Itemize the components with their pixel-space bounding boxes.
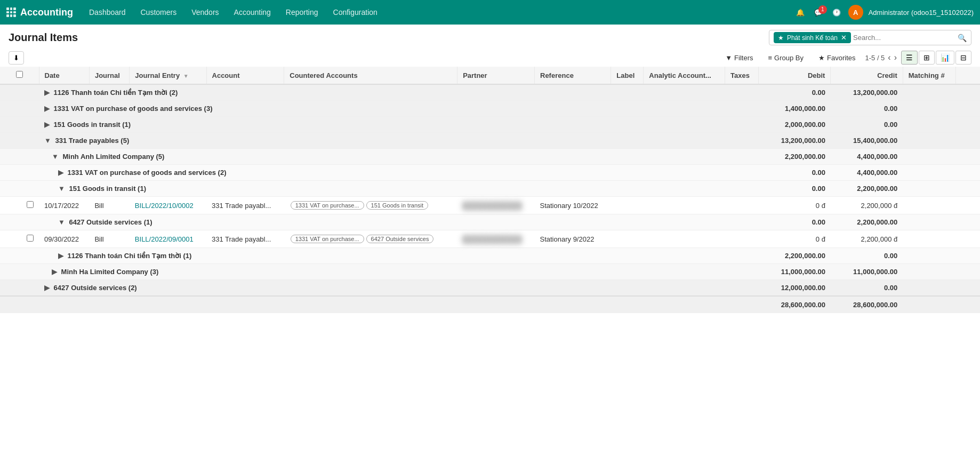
search-input[interactable]	[851, 31, 958, 44]
group-label[interactable]: ▶ 6427 Outside services (2)	[39, 280, 759, 297]
row-checkbox-cell[interactable]	[0, 197, 39, 214]
avatar[interactable]: A	[848, 5, 863, 20]
pager-next[interactable]: ›	[894, 53, 897, 62]
cell-reference: Stationary 10/2022	[535, 197, 611, 214]
cell-date: 10/17/2022	[39, 197, 89, 214]
expand-icon: ▶	[52, 268, 57, 276]
cell-journal: Bill	[89, 230, 129, 248]
group-row[interactable]: ▼ Minh Anh Limited Company (5) 2,200,000…	[0, 149, 980, 165]
totals-extra	[955, 296, 980, 313]
group-credit: 0.00	[831, 280, 903, 297]
cell-label	[611, 230, 644, 248]
cell-countered-accounts: 1331 VAT on purchase...151 Goods in tran…	[284, 197, 457, 214]
filter-tag-close[interactable]: ✕	[841, 34, 847, 42]
pager-prev[interactable]: ‹	[888, 53, 890, 62]
totals-label	[0, 296, 759, 313]
group-row[interactable]: ▶ 1331 VAT on purchase of goods and serv…	[0, 165, 980, 181]
totals-debit: 28,600,000.00	[759, 296, 831, 313]
nav-customers[interactable]: Customers	[133, 6, 184, 19]
group-label[interactable]: ▼ 151 Goods in transit (1)	[39, 181, 759, 197]
group-label[interactable]: ▶ 1126 Thanh toán Chi tiền Tạm thời (1)	[39, 248, 759, 264]
cell-journal-entry[interactable]: BILL/2022/10/0002	[130, 197, 206, 214]
group-label[interactable]: ▶ 1331 VAT on purchase of goods and serv…	[39, 101, 759, 117]
group-label[interactable]: ▶ 1126 Thanh toán Chi tiền Tạm thời (2)	[39, 84, 759, 101]
group-credit: 11,000,000.00	[831, 264, 903, 280]
nav-dashboard[interactable]: Dashboard	[82, 6, 133, 19]
group-debit: 11,000,000.00	[759, 264, 831, 280]
group-row[interactable]: ▼ 151 Goods in transit (1) 0.00 2,200,00…	[0, 181, 980, 197]
th-checkbox	[0, 67, 39, 84]
group-matching	[903, 165, 955, 181]
th-date: Date	[39, 67, 89, 84]
download-button[interactable]: ⬇	[9, 51, 24, 65]
pager: 1-5 / 5 ‹ ›	[865, 53, 897, 62]
table-row: 09/30/2022 Bill BILL/2022/09/0001 331 Tr…	[0, 230, 980, 248]
group-extra	[955, 117, 980, 133]
clock-icon[interactable]: 🕐	[830, 6, 843, 19]
cell-extra	[955, 197, 980, 214]
group-credit: 4,400,000.00	[831, 165, 903, 181]
group-matching	[903, 117, 955, 133]
group-debit: 0.00	[759, 165, 831, 181]
user-label: Administrator (odoo15_15102022)	[869, 9, 974, 17]
th-countered-accounts: Countered Accounts	[284, 67, 457, 84]
group-label[interactable]: ▶ Minh Ha Limited Company (3)	[39, 264, 759, 280]
th-journal-entry[interactable]: Journal Entry ▼	[130, 67, 206, 84]
group-row[interactable]: ▶ 1331 VAT on purchase of goods and serv…	[0, 101, 980, 117]
group-label[interactable]: ▶ 151 Goods in transit (1)	[39, 117, 759, 133]
group-label[interactable]: ▼ 331 Trade payables (5)	[39, 133, 759, 149]
th-extra	[955, 67, 980, 84]
search-icon[interactable]: 🔍	[958, 34, 967, 42]
counter-account-tag: 1331 VAT on purchase...	[291, 235, 364, 243]
nav-reporting[interactable]: Reporting	[278, 6, 326, 19]
page-header: Journal Items ★ Phát sinh Kế toán ✕ 🔍	[0, 25, 980, 49]
group-label[interactable]: ▶ 1331 VAT on purchase of goods and serv…	[39, 165, 759, 181]
row-checkbox[interactable]	[27, 235, 34, 242]
row-checkbox-cell[interactable]	[0, 230, 39, 248]
view-list[interactable]: ☰	[901, 51, 918, 65]
view-grid[interactable]: ⊞	[919, 51, 935, 65]
nav-accounting[interactable]: Accounting	[227, 6, 278, 19]
cell-debit: 0 đ	[759, 230, 831, 248]
cell-taxes	[725, 230, 758, 248]
group-row[interactable]: ▼ 331 Trade payables (5) 13,200,000.00 1…	[0, 133, 980, 149]
select-all-checkbox[interactable]	[16, 71, 23, 78]
group-row[interactable]: ▶ 1126 Thanh toán Chi tiền Tạm thời (2) …	[0, 84, 980, 101]
group-row[interactable]: ▶ Minh Ha Limited Company (3) 11,000,000…	[0, 264, 980, 280]
group-checkbox-cell	[0, 214, 39, 230]
th-analytic: Analytic Account...	[644, 67, 725, 84]
messages-icon[interactable]: 💬 1	[812, 6, 825, 19]
favorites-button[interactable]: ★ Favorites	[813, 52, 861, 64]
totals-row: 28,600,000.00 28,600,000.00	[0, 296, 980, 313]
nav-vendors[interactable]: Vendors	[184, 6, 226, 19]
group-row[interactable]: ▼ 6427 Outside services (1) 0.00 2,200,0…	[0, 214, 980, 230]
cell-journal-entry[interactable]: BILL/2022/09/0001	[130, 230, 206, 248]
group-label[interactable]: ▼ 6427 Outside services (1)	[39, 214, 759, 230]
row-checkbox[interactable]	[27, 201, 34, 208]
expand-icon: ▶	[44, 284, 50, 292]
toolbar-right: ▼ Filters ≡ Group By ★ Favorites 1-5 / 5…	[720, 51, 971, 65]
nav-menu: Dashboard Customers Vendors Accounting R…	[82, 6, 385, 19]
group-row[interactable]: ▶ 1126 Thanh toán Chi tiền Tạm thời (1) …	[0, 248, 980, 264]
toolbar-left: ⬇	[9, 51, 24, 65]
message-badge: 1	[818, 5, 827, 14]
group-debit: 2,000,000.00	[759, 117, 831, 133]
th-account: Account	[206, 67, 284, 84]
partner-value: ████████████	[463, 202, 522, 210]
groupby-icon: ≡	[768, 54, 773, 62]
nav-configuration[interactable]: Configuration	[326, 6, 385, 19]
group-matching	[903, 149, 955, 165]
group-row[interactable]: ▶ 151 Goods in transit (1) 2,000,000.00 …	[0, 117, 980, 133]
groupby-button[interactable]: ≡ Group By	[763, 52, 809, 64]
group-row[interactable]: ▶ 6427 Outside services (2) 12,000,000.0…	[0, 280, 980, 297]
group-credit: 2,200,000.00	[831, 214, 903, 230]
view-pivot[interactable]: ⊟	[955, 51, 971, 65]
group-debit: 13,200,000.00	[759, 133, 831, 149]
notification-bell[interactable]: 🔔	[794, 6, 807, 19]
view-chart[interactable]: 📊	[936, 51, 954, 65]
th-credit: Credit	[831, 67, 903, 84]
group-checkbox-cell	[0, 133, 39, 149]
filters-button[interactable]: ▼ Filters	[720, 52, 758, 64]
app-brand[interactable]: Accounting	[6, 7, 73, 18]
group-label[interactable]: ▼ Minh Anh Limited Company (5)	[39, 149, 759, 165]
